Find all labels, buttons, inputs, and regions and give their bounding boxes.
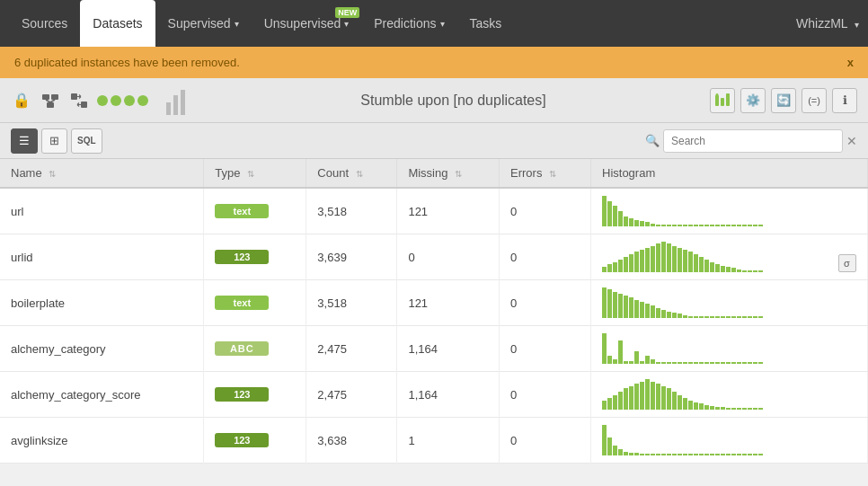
cell-count: 3,639: [306, 234, 397, 280]
cell-errors: 0: [500, 234, 591, 280]
col-histogram: Histogram: [591, 159, 868, 188]
nav-datasets[interactable]: Datasets: [80, 0, 155, 47]
search-box: 🔍 ✕: [645, 129, 857, 153]
cell-name: urlid: [0, 234, 204, 280]
table-row: urlid1233,63900σ: [0, 234, 868, 280]
toolbar-right-icons: ⚙️ 🔄 (=) ℹ: [710, 88, 857, 113]
grid-view-button[interactable]: ⊞: [41, 128, 67, 154]
data-table-container: Name ⇅ Type ⇅ Count ⇅ Missing ⇅ Errors ⇅…: [0, 159, 868, 464]
whizzml-caret: ▾: [855, 20, 859, 30]
nav-whizzml[interactable]: WhizzML ▾: [796, 16, 859, 31]
progress-dots: [97, 95, 148, 106]
search-input[interactable]: [663, 129, 843, 153]
cell-type: 123: [204, 372, 306, 418]
new-badge: NEW: [335, 7, 359, 18]
cell-missing: 0: [397, 234, 500, 280]
dataset-title: Stumble upon [no duplicates]: [204, 93, 703, 109]
supervised-caret: ▾: [235, 19, 239, 29]
col-type[interactable]: Type ⇅: [204, 159, 306, 188]
cell-errors: 0: [500, 326, 591, 372]
cell-errors: 0: [500, 188, 591, 234]
cell-missing: 1,164: [397, 372, 500, 418]
nav-unsupervised[interactable]: NEW Unsupervised ▾: [252, 0, 362, 47]
transform-icon[interactable]: [68, 90, 90, 111]
cell-count: 3,518: [306, 188, 397, 234]
list-view-button[interactable]: ☰: [11, 128, 38, 154]
cell-name: url: [0, 188, 204, 234]
alert-close-button[interactable]: x: [847, 56, 854, 69]
cell-type: 123: [204, 234, 306, 280]
cell-count: 2,475: [306, 326, 397, 372]
search-clear-button[interactable]: ✕: [846, 134, 857, 148]
cell-missing: 1: [397, 418, 500, 464]
search-icon: 🔍: [645, 134, 660, 147]
table-row: avglinksize1233,63810: [0, 418, 868, 464]
formula-icon[interactable]: (=): [802, 88, 827, 113]
cell-count: 2,475: [306, 372, 397, 418]
chart-settings-icon[interactable]: [710, 88, 735, 113]
svg-rect-12: [726, 93, 730, 106]
cell-histogram: [591, 418, 868, 463]
cell-missing: 121: [397, 280, 500, 326]
svg-rect-2: [47, 102, 54, 108]
alert-message: 6 duplicated instances have been removed…: [14, 56, 240, 69]
top-nav: Sources Datasets Supervised ▾ NEW Unsupe…: [0, 0, 868, 47]
refresh-icon[interactable]: 🔄: [771, 88, 796, 113]
svg-rect-8: [173, 95, 178, 115]
table-row: boilerplatetext3,5181210: [0, 280, 868, 326]
cell-histogram: [591, 326, 868, 371]
table-row: alchemy_category_score1232,4751,1640: [0, 372, 868, 418]
nav-supervised[interactable]: Supervised ▾: [155, 0, 252, 47]
cell-name: avglinksize: [0, 418, 204, 464]
cell-count: 3,638: [306, 418, 397, 464]
cell-histogram: [591, 189, 868, 234]
col-missing[interactable]: Missing ⇅: [397, 159, 500, 188]
cell-histogram: σ: [591, 234, 868, 279]
svg-rect-5: [71, 93, 77, 100]
nav-tasks[interactable]: Tasks: [457, 0, 515, 47]
svg-rect-0: [42, 94, 49, 100]
svg-line-4: [50, 100, 55, 102]
gear-icon[interactable]: ⚙️: [740, 88, 766, 113]
schema-icon[interactable]: [40, 90, 61, 111]
table-header-row: Name ⇅ Type ⇅ Count ⇅ Missing ⇅ Errors ⇅…: [0, 159, 868, 188]
cell-errors: 0: [500, 372, 591, 418]
nav-sources[interactable]: Sources: [9, 0, 80, 47]
cell-missing: 121: [397, 188, 500, 234]
svg-rect-9: [181, 90, 185, 115]
cell-errors: 0: [500, 280, 591, 326]
svg-rect-1: [51, 94, 58, 100]
unsupervised-caret: ▾: [344, 19, 349, 29]
info-icon[interactable]: ℹ: [832, 88, 857, 113]
cell-name: alchemy_category_score: [0, 372, 204, 418]
dataset-toolbar: 🔒 Stumble upon [no duplicates]: [0, 78, 868, 123]
col-errors[interactable]: Errors ⇅: [500, 159, 591, 188]
cell-type: text: [204, 188, 306, 234]
svg-rect-7: [166, 102, 171, 115]
cell-histogram: [591, 372, 868, 417]
svg-rect-10: [715, 95, 719, 106]
view-toolbar: ☰ ⊞ SQL 🔍 ✕: [0, 123, 868, 159]
cell-histogram: [591, 280, 868, 325]
sql-view-button[interactable]: SQL: [71, 128, 102, 154]
table-row: alchemy_categoryABC2,4751,1640: [0, 326, 868, 372]
col-count[interactable]: Count ⇅: [306, 159, 397, 188]
lock-icon: 🔒: [11, 90, 32, 111]
svg-point-13: [716, 93, 719, 96]
predictions-caret: ▾: [440, 19, 445, 29]
table-row: urltext3,5181210: [0, 188, 868, 234]
alert-bar: 6 duplicated instances have been removed…: [0, 47, 868, 78]
svg-rect-6: [81, 102, 87, 108]
nav-predictions[interactable]: Predictions ▾: [361, 0, 456, 47]
dataset-table: Name ⇅ Type ⇅ Count ⇅ Missing ⇅ Errors ⇅…: [0, 159, 868, 464]
cell-name: alchemy_category: [0, 326, 204, 372]
cell-name: boilerplate: [0, 280, 204, 326]
cell-errors: 0: [500, 418, 591, 464]
col-name[interactable]: Name ⇅: [0, 159, 204, 188]
cell-type: 123: [204, 418, 306, 464]
cell-count: 3,518: [306, 280, 397, 326]
cell-type: ABC: [204, 326, 306, 372]
svg-rect-11: [721, 98, 724, 106]
sigma-button[interactable]: σ: [838, 254, 856, 272]
cell-missing: 1,164: [397, 326, 500, 372]
